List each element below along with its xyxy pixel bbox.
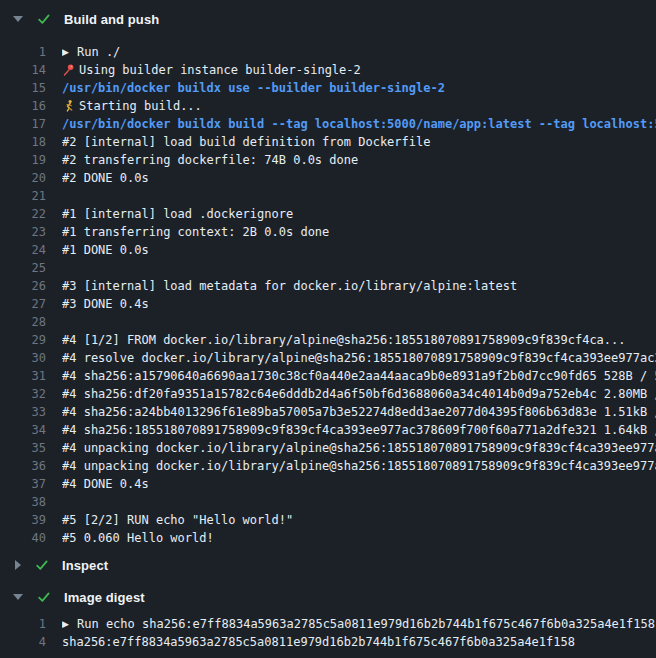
line-content: #4 unpacking docker.io/library/alpine@sh… bbox=[62, 439, 656, 457]
line-content: #4 [1/2] FROM docker.io/library/alpine@s… bbox=[62, 331, 656, 349]
line-number[interactable]: 40 bbox=[0, 529, 46, 547]
line-text: #4 sha256:a15790640a6690aa1730c38cf0a440… bbox=[62, 367, 656, 385]
line-text: #1 transferring context: 2B 0.0s done bbox=[62, 223, 329, 241]
line-number[interactable]: 25 bbox=[0, 259, 46, 277]
line-text: Run echo sha256:e7ff8834a5963a2785c5a081… bbox=[77, 615, 655, 633]
log-line: 24#1 DONE 0.0s bbox=[0, 241, 656, 259]
line-number[interactable]: 27 bbox=[0, 295, 46, 313]
line-content: #5 [2/2] RUN echo "Hello world!" bbox=[62, 511, 656, 529]
line-number[interactable]: 26 bbox=[0, 277, 46, 295]
line-number[interactable]: 34 bbox=[0, 421, 46, 439]
line-text: #4 sha256:a24bb4013296f61e89ba57005a7b3e… bbox=[62, 403, 656, 421]
line-text: Starting build... bbox=[79, 97, 202, 115]
line-content bbox=[62, 259, 656, 277]
line-text: #5 [2/2] RUN echo "Hello world!" bbox=[62, 511, 293, 529]
line-text: #4 sha256:185518070891758909c9f839cf4ca3… bbox=[62, 421, 656, 439]
line-content: #1 DONE 0.0s bbox=[62, 241, 656, 259]
section-header-build-and-push[interactable]: Build and push bbox=[0, 9, 656, 29]
log-line: 28 bbox=[0, 313, 656, 331]
line-content: #1 [internal] load .dockerignore bbox=[62, 205, 656, 223]
line-number[interactable]: 35 bbox=[0, 439, 46, 457]
line-number[interactable]: 1 bbox=[0, 43, 46, 61]
section-header-inspect[interactable]: Inspect bbox=[0, 555, 656, 575]
line-number[interactable]: 31 bbox=[0, 367, 46, 385]
line-content: #4 sha256:a15790640a6690aa1730c38cf0a440… bbox=[62, 367, 656, 385]
check-icon bbox=[35, 558, 49, 572]
line-number[interactable]: 36 bbox=[0, 457, 46, 475]
line-content: #4 sha256:a24bb4013296f61e89ba57005a7b3e… bbox=[62, 403, 656, 421]
log-line: 19#2 transferring dockerfile: 74B 0.0s d… bbox=[0, 151, 656, 169]
log-line: 1▶Run ./ bbox=[0, 43, 656, 61]
line-number[interactable]: 22 bbox=[0, 205, 46, 223]
line-number[interactable]: 33 bbox=[0, 403, 46, 421]
line-number[interactable]: 1 bbox=[0, 615, 46, 633]
line-content: Using builder instance builder-single-2 bbox=[62, 61, 656, 79]
line-content[interactable]: ▶Run echo sha256:e7ff8834a5963a2785c5a08… bbox=[62, 615, 656, 633]
section-header-image-digest[interactable]: Image digest bbox=[0, 587, 656, 607]
log-line: 27#3 DONE 0.4s bbox=[0, 295, 656, 313]
log-section-inspect: Inspect bbox=[0, 555, 656, 575]
line-number[interactable]: 21 bbox=[0, 187, 46, 205]
line-number[interactable]: 20 bbox=[0, 169, 46, 187]
expand-triangle-icon[interactable]: ▶ bbox=[62, 615, 77, 633]
line-number[interactable]: 30 bbox=[0, 349, 46, 367]
section-gap bbox=[0, 575, 656, 587]
expand-triangle-icon[interactable]: ▶ bbox=[62, 43, 77, 61]
line-number[interactable]: 19 bbox=[0, 151, 46, 169]
chevron-down-icon[interactable] bbox=[13, 16, 23, 22]
line-text: #4 sha256:df20fa9351a15782c64e6dddb2d4a6… bbox=[62, 385, 656, 403]
line-number[interactable]: 38 bbox=[0, 493, 46, 511]
section-title: Image digest bbox=[64, 590, 145, 605]
log-section-image-digest: Image digest1▶Run echo sha256:e7ff8834a5… bbox=[0, 587, 656, 651]
log-line: 31#4 sha256:a15790640a6690aa1730c38cf0a4… bbox=[0, 367, 656, 385]
line-text: #4 unpacking docker.io/library/alpine@sh… bbox=[62, 457, 656, 475]
line-number[interactable]: 16 bbox=[0, 97, 46, 115]
log-line: 20#2 DONE 0.0s bbox=[0, 169, 656, 187]
line-number[interactable]: 32 bbox=[0, 385, 46, 403]
line-text: #3 DONE 0.4s bbox=[62, 295, 149, 313]
log-line: 34#4 sha256:185518070891758909c9f839cf4c… bbox=[0, 421, 656, 439]
line-content bbox=[62, 187, 656, 205]
line-number[interactable]: 39 bbox=[0, 511, 46, 529]
line-number[interactable]: 23 bbox=[0, 223, 46, 241]
line-number[interactable]: 37 bbox=[0, 475, 46, 493]
log-line: 30#4 resolve docker.io/library/alpine@sh… bbox=[0, 349, 656, 367]
line-content: /usr/bin/docker buildx build --tag local… bbox=[62, 115, 656, 133]
line-content: #3 DONE 0.4s bbox=[62, 295, 656, 313]
section-title: Build and push bbox=[64, 12, 159, 27]
line-number[interactable]: 28 bbox=[0, 313, 46, 331]
line-content: #1 transferring context: 2B 0.0s done bbox=[62, 223, 656, 241]
line-number[interactable]: 15 bbox=[0, 79, 46, 97]
line-content: #5 0.060 Hello world! bbox=[62, 529, 656, 547]
line-number[interactable]: 24 bbox=[0, 241, 46, 259]
log-line: 21 bbox=[0, 187, 656, 205]
log-line: 14Using builder instance builder-single-… bbox=[0, 61, 656, 79]
line-content[interactable]: ▶Run ./ bbox=[62, 43, 656, 61]
section-title: Inspect bbox=[62, 558, 108, 573]
line-number[interactable]: 14 bbox=[0, 61, 46, 79]
log-line: 22#1 [internal] load .dockerignore bbox=[0, 205, 656, 223]
pushpin-icon bbox=[62, 63, 79, 77]
line-content: #4 sha256:185518070891758909c9f839cf4ca3… bbox=[62, 421, 656, 439]
line-text: #1 [internal] load .dockerignore bbox=[62, 205, 293, 223]
log-line: 4sha256:e7ff8834a5963a2785c5a0811e979d16… bbox=[0, 633, 656, 651]
chevron-right-icon[interactable] bbox=[15, 560, 21, 570]
log-line: 17/usr/bin/docker buildx build --tag loc… bbox=[0, 115, 656, 133]
line-content: #2 transferring dockerfile: 74B 0.0s don… bbox=[62, 151, 656, 169]
line-content: #2 [internal] load build definition from… bbox=[62, 133, 656, 151]
log-line: 1▶Run echo sha256:e7ff8834a5963a2785c5a0… bbox=[0, 615, 656, 633]
log-line: 18#2 [internal] load build definition fr… bbox=[0, 133, 656, 151]
line-number[interactable]: 17 bbox=[0, 115, 46, 133]
line-content: sha256:e7ff8834a5963a2785c5a0811e979d16b… bbox=[62, 633, 656, 651]
chevron-down-icon[interactable] bbox=[13, 594, 23, 600]
log-line: 33#4 sha256:a24bb4013296f61e89ba57005a7b… bbox=[0, 403, 656, 421]
line-number[interactable]: 29 bbox=[0, 331, 46, 349]
line-number[interactable]: 4 bbox=[0, 633, 46, 651]
log-line: 39#5 [2/2] RUN echo "Hello world!" bbox=[0, 511, 656, 529]
line-text: /usr/bin/docker buildx build --tag local… bbox=[62, 115, 656, 133]
log-line: 29#4 [1/2] FROM docker.io/library/alpine… bbox=[0, 331, 656, 349]
line-content bbox=[62, 313, 656, 331]
line-number[interactable]: 18 bbox=[0, 133, 46, 151]
log-section-build-and-push: Build and push1▶Run ./14Using builder in… bbox=[0, 9, 656, 555]
line-content: #4 resolve docker.io/library/alpine@sha2… bbox=[62, 349, 656, 367]
